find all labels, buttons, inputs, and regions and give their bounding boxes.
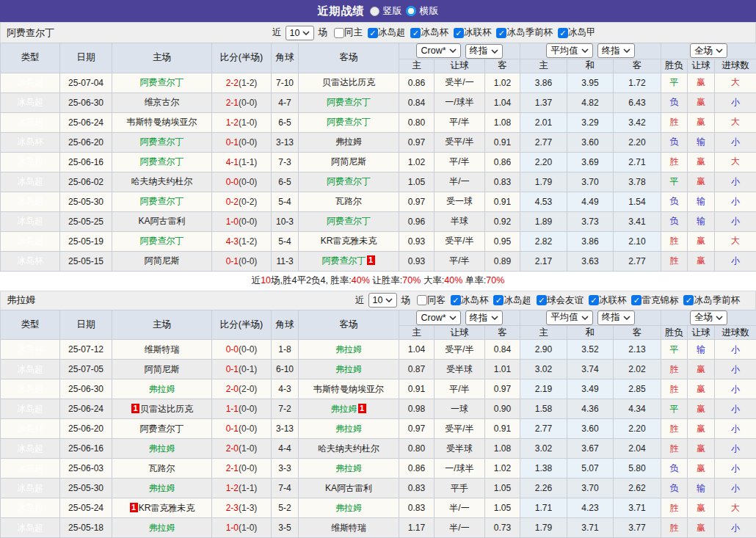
team-link[interactable]: 阿费查尔丁 [140,196,184,206]
team-link[interactable]: 弗拉姆 [149,384,175,394]
date-cell: 25-05-18 [60,518,112,538]
fulltime-score-link[interactable]: 1-0 [226,217,239,227]
average-select[interactable]: 平均值 [546,43,593,58]
checkbox-checked-icon[interactable]: ✓ [537,295,547,305]
avg-home-cell: 3.02 [520,439,567,459]
team-link[interactable]: 阿费查尔丁 [140,137,184,147]
team-link[interactable]: 阿费查尔丁 [327,176,371,186]
team-link[interactable]: 阿费查尔丁 [327,117,371,127]
team-link[interactable]: 阿简尼斯 [145,255,180,266]
bookmaker-final-select[interactable]: 终指 [465,44,503,59]
average-final-select[interactable]: 终指 [597,310,635,325]
fulltime-score-link[interactable]: 0-0 [226,344,239,355]
team-link[interactable]: 阿费查尔丁 [140,424,184,434]
team-link[interactable]: 弗拉姆 [331,404,357,414]
recent-count-select[interactable]: 10 [368,293,398,308]
bookmaker-final-select[interactable]: 终指 [465,310,503,325]
sub-result-outcome: 胜负 [661,326,688,340]
checkbox-checked-icon[interactable]: ✓ [589,295,599,305]
team-link[interactable]: 哈夫纳夫约杜尔 [318,443,379,454]
team-link[interactable]: 瓦路尔 [335,196,362,206]
fulltime-score-link[interactable]: 1-2 [226,117,239,128]
team-link[interactable]: 弗拉姆 [335,424,362,434]
fulltime-score-link[interactable]: 0-0 [226,177,239,187]
fulltime-score-link[interactable]: 4-3 [226,236,239,247]
checkbox-unchecked-icon[interactable] [334,28,344,38]
average-final-select[interactable]: 终指 [597,43,635,58]
team-link[interactable]: 维京古尔 [145,97,180,107]
team-link[interactable]: 阿简尼斯 [331,156,366,167]
team-link[interactable]: 阿费查尔丁 [140,77,184,87]
handicap-cell: 受一球 [435,192,485,211]
team-link[interactable]: 贝雷达比历克 [140,404,193,414]
fulltime-score-link[interactable]: 2-0 [226,384,239,394]
average-select[interactable]: 平均值 [546,310,593,325]
fulltime-score-link[interactable]: 2-2 [226,78,239,88]
fulltime-score-link[interactable]: 0-1 [226,364,239,374]
team-link[interactable]: 贝雷达比历克 [322,77,375,87]
team-link[interactable]: 弗拉姆 [149,523,175,533]
avg-away-cell: 1.72 [614,73,661,92]
fulltime-score-link[interactable]: 1-1 [226,404,239,414]
team-link[interactable]: 维斯特瑞 [145,344,180,355]
halftime-score: (0-2) [239,197,257,207]
scope-group-header: 全场 [661,43,756,59]
team-link[interactable]: 弗拉姆 [335,503,362,513]
team-link[interactable]: 弗拉姆 [149,443,175,454]
fulltime-score-link[interactable]: 2-0 [226,443,239,454]
fulltime-score-link[interactable]: 2-1 [226,98,239,108]
team-link[interactable]: 阿费查尔丁 [140,156,184,167]
fulltime-score-link[interactable]: 2-1 [226,463,239,473]
checkbox-checked-icon[interactable]: ✓ [558,28,568,38]
team-link[interactable]: 弗拉姆 [335,364,362,374]
checkbox-checked-icon[interactable]: ✓ [496,28,506,38]
checkbox-checked-icon[interactable]: ✓ [683,295,694,305]
handicap-cell: 受半球 [435,439,485,459]
scope-select[interactable]: 全场 [690,310,727,325]
fulltime-score-link[interactable]: 2-3 [226,503,239,513]
vertical-layout-radio[interactable] [370,7,379,16]
team-link[interactable]: 弗拉姆 [335,463,362,473]
team-link[interactable]: 维斯特瑞 [331,523,366,533]
avg-away-cell: 5.80 [614,459,661,479]
team-link[interactable]: 弗拉姆 [149,483,175,493]
fulltime-score-link[interactable]: 1-0 [226,523,239,533]
team-link[interactable]: 阿费查尔丁 [327,97,371,107]
scope-select[interactable]: 全场 [690,43,727,58]
team-link[interactable]: 阿简尼斯 [145,364,180,374]
chevron-down-icon [385,298,393,302]
team-link[interactable]: KA阿古雷利 [138,216,185,226]
team-link[interactable]: 瓦路尔 [149,463,175,473]
checkbox-unchecked-icon[interactable] [417,295,427,305]
team-link[interactable]: 弗拉姆 [335,344,362,355]
checkbox-checked-icon[interactable]: ✓ [410,28,421,38]
fulltime-score-link[interactable]: 0-2 [226,197,239,207]
recent-count-select[interactable]: 10 [286,26,315,40]
team-link[interactable]: KR雷克雅未克 [139,503,195,513]
team-link[interactable]: 哈夫纳夫约杜尔 [131,176,193,186]
checkbox-checked-icon[interactable]: ✓ [493,295,504,305]
checkbox-checked-icon[interactable]: ✓ [454,28,464,38]
team-link[interactable]: 弗拉姆 [335,137,362,147]
fulltime-score-link[interactable]: 0-1 [226,137,239,148]
team-link[interactable]: 阿费查尔丁 [140,236,184,246]
team-link[interactable]: KR雷克雅未克 [321,236,377,246]
team-link[interactable]: 阿费查尔丁 [327,216,371,226]
bookmaker-select[interactable]: Crow* [416,43,460,58]
checkbox-checked-icon[interactable]: ✓ [631,295,641,305]
fulltime-score-link[interactable]: 1-2 [226,483,239,493]
team-link[interactable]: 韦斯特曼纳埃亚尔 [313,384,384,394]
bookmaker-select[interactable]: Crow* [416,310,460,325]
team-link[interactable]: KA阿古雷利 [325,483,372,493]
odds-home-cell: 0.97 [399,192,435,211]
team-link[interactable]: 韦斯特曼纳埃亚尔 [127,117,197,127]
checkbox-checked-icon[interactable]: ✓ [368,28,378,38]
match-row: 冰岛超25-05-241KR雷克雅未克2-3(1-3)5-2弗拉姆0.83半/一… [1,498,756,518]
fulltime-score-link[interactable]: 4-1 [226,157,239,167]
fulltime-score-link[interactable]: 0-1 [226,256,239,266]
team-link[interactable]: 阿费查尔丁 [322,255,366,266]
result-goals-cell: 大 [715,152,756,172]
horizontal-layout-radio[interactable] [406,6,416,16]
checkbox-checked-icon[interactable]: ✓ [451,295,461,305]
fulltime-score-link[interactable]: 0-1 [226,424,239,434]
